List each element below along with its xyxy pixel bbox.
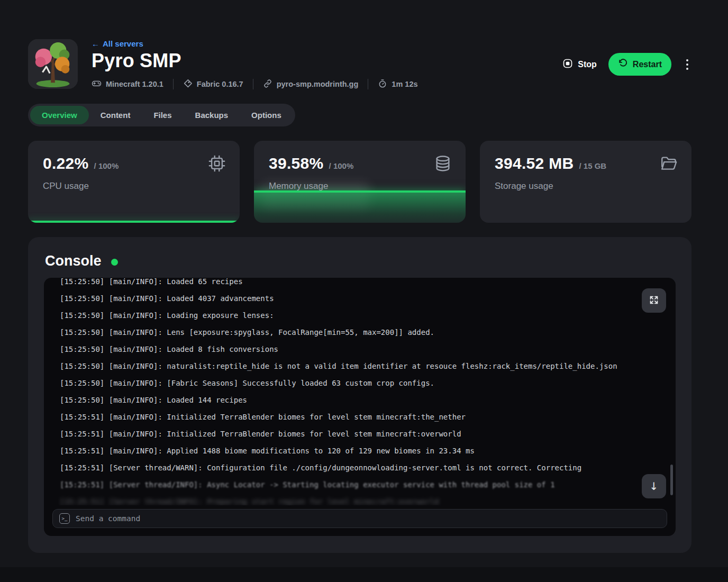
- tab-overview[interactable]: Overview: [30, 106, 89, 124]
- scroll-to-bottom-button[interactable]: ↓: [642, 474, 666, 498]
- memory-usage-card: 39.58% / 100% Memory usage: [254, 141, 466, 223]
- console-expand-button[interactable]: [642, 288, 666, 313]
- storage-usage-label: Storage usage: [495, 181, 677, 192]
- server-avatar: [28, 39, 78, 89]
- back-to-all-servers-link[interactable]: ←All servers: [92, 39, 143, 48]
- folder-open-icon: [660, 154, 678, 175]
- server-online-status-dot: [111, 259, 118, 266]
- stat-cards: 0.22% / 100% CPU usage 39.58% / 100%: [28, 141, 691, 223]
- console-line: [15:25:51] [Server thread/INFO]: Async L…: [60, 476, 660, 493]
- console-line: [15:25:51] [Server thread/WARN]: Configu…: [60, 459, 660, 476]
- console-line: [15:25:50] [main/INFO]: Loaded 65 recipe…: [60, 278, 660, 290]
- server-meta-row: Minecraft 1.20.1 Fabric 0.16.7: [92, 78, 562, 90]
- loader-icon: [183, 79, 193, 90]
- command-input-row[interactable]: >_: [52, 509, 667, 528]
- back-arrow-icon: ←: [92, 39, 99, 48]
- server-tabbar: Overview Content Files Backups Options: [28, 104, 295, 126]
- footer-band: [0, 567, 728, 582]
- memory-usage-label: Memory usage: [269, 181, 451, 192]
- console-line: [15:25:51] [main/INFO]: Initialized Terr…: [60, 425, 660, 442]
- cpu-usage-card: 0.22% / 100% CPU usage: [28, 141, 240, 223]
- storage-usage-value: 394.52 MB: [495, 154, 574, 172]
- link-icon: [263, 79, 272, 90]
- console-line: [15:25:50] [main/INFO]: Loaded 8 fish co…: [60, 341, 660, 358]
- seasons-tree-image: [28, 39, 78, 89]
- console-line: [15:25:51] [main/INFO]: Applied 1488 bio…: [60, 442, 660, 459]
- tab-options[interactable]: Options: [240, 106, 293, 124]
- console-line: [15:25:50] [main/INFO]: Loaded 4037 adva…: [60, 290, 660, 307]
- cpu-icon: [208, 154, 226, 175]
- console-line: [15:25:50] [main/INFO]: Loading exposure…: [60, 307, 660, 324]
- storage-usage-card: 394.52 MB / 15 GB Storage usage: [480, 141, 691, 223]
- console-line: [15:25:50] [main/INFO]: naturalist:repti…: [60, 358, 660, 375]
- restart-button[interactable]: Restart: [608, 53, 671, 76]
- database-icon: [434, 154, 452, 175]
- meta-server-address[interactable]: pyro-smp.modrinth.gg: [263, 79, 359, 90]
- console-line: [15:25:50] [main/INFO]: Loaded 144 recip…: [60, 392, 660, 408]
- terminal-icon: >_: [59, 513, 70, 524]
- console-log[interactable]: [15:25:50] [main/INFO]: Loaded 65 recipe…: [44, 278, 676, 505]
- server-page: ←All servers Pyro SMP Minecraft 1.20.1: [0, 0, 728, 582]
- tab-content[interactable]: Content: [89, 106, 142, 124]
- meta-separator: [253, 79, 253, 89]
- memory-usage-value: 39.58%: [269, 154, 324, 172]
- tab-files[interactable]: Files: [142, 106, 183, 124]
- console-line: [15:25:51] [main/INFO]: Initialized Terr…: [60, 408, 660, 425]
- meta-loader-version: Fabric 0.16.7: [183, 79, 243, 90]
- tab-backups[interactable]: Backups: [184, 106, 240, 124]
- storage-usage-total: / 15 GB: [579, 161, 606, 170]
- gamepad-icon: [92, 78, 102, 90]
- stop-button[interactable]: Stop: [562, 58, 597, 71]
- meta-uptime: 1m 12s: [378, 79, 417, 90]
- server-header: ←All servers Pyro SMP Minecraft 1.20.1: [28, 39, 691, 90]
- console-line: [15:25:50] [main/INFO]: [Fabric Seasons]…: [60, 375, 660, 392]
- cpu-usage-value: 0.22%: [43, 154, 89, 172]
- restart-icon: [618, 58, 628, 70]
- memory-usage-total: / 100%: [329, 161, 354, 170]
- kebab-menu-icon[interactable]: [683, 56, 691, 73]
- console-card: Console [15:25:50] [main/INFO]: Loaded 6…: [28, 237, 691, 553]
- meta-game-version: Minecraft 1.20.1: [92, 78, 163, 90]
- server-actions: Stop Restart: [562, 53, 691, 76]
- page-title: Pyro SMP: [92, 50, 562, 72]
- cpu-usage-total: / 100%: [94, 161, 119, 170]
- meta-separator: [368, 79, 368, 89]
- console-title: Console: [45, 253, 102, 269]
- meta-separator: [173, 79, 174, 89]
- cpu-usage-fill: [28, 221, 240, 223]
- timer-icon: [378, 79, 387, 90]
- expand-icon: [648, 294, 660, 307]
- console-scrollbar-thumb[interactable]: [670, 465, 673, 495]
- stop-icon: [562, 58, 573, 71]
- console-screen: [15:25:50] [main/INFO]: Loaded 65 recipe…: [44, 278, 676, 536]
- console-line: [15:25:51] [Server thread/INFO]: Prepari…: [60, 493, 660, 505]
- cpu-usage-label: CPU usage: [43, 181, 225, 192]
- command-input[interactable]: [76, 514, 660, 523]
- console-line: [15:25:50] [main/INFO]: Lens [exposure:s…: [60, 324, 660, 341]
- arrow-down-icon: ↓: [650, 480, 659, 493]
